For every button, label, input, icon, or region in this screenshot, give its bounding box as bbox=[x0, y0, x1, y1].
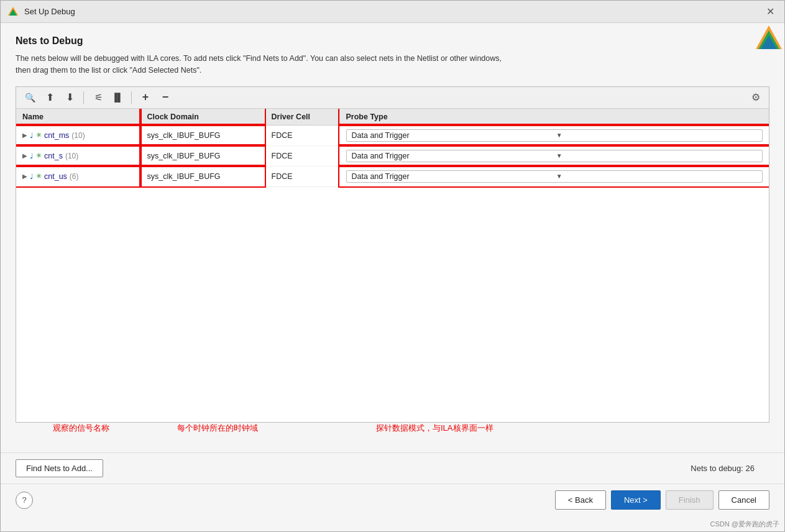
probe-value-2: Data and Trigger bbox=[352, 172, 553, 181]
gear-icon-2: ✳ bbox=[36, 172, 42, 180]
net-name-0: cnt_ms bbox=[44, 131, 69, 140]
wave-icon-0: ♩ bbox=[30, 131, 34, 140]
table-toolbar: 🔍 ⬆ ⬇ ⚟ ▐▌ + bbox=[16, 87, 769, 109]
search-icon: 🔍 bbox=[25, 93, 35, 103]
toolbar-divider-2 bbox=[131, 91, 132, 104]
table-wrapper: Name Clock Domain Driver Cell Probe Type bbox=[16, 109, 769, 423]
table-row: ▶ ♩ ✳ cnt_us (6) sys_clk_IBUF_BUFGFDCE D… bbox=[16, 166, 769, 186]
nav-row: ? < Back Next > Finish Cancel bbox=[1, 484, 784, 518]
nets-table: Name Clock Domain Driver Cell Probe Type bbox=[16, 109, 769, 187]
driver-cell-0: FDCE bbox=[265, 125, 339, 145]
dropdown-arrow-2: ▼ bbox=[556, 173, 757, 180]
remove-button[interactable]: − bbox=[157, 89, 174, 106]
expand-arrow-0[interactable]: ▶ bbox=[22, 132, 27, 139]
nets-count-label: Nets to debug: 26 bbox=[691, 464, 755, 473]
vivado-logo bbox=[753, 23, 784, 56]
cancel-button[interactable]: Cancel bbox=[718, 490, 769, 510]
annotation-clock: 每个时钟所在的时钟域 bbox=[177, 423, 258, 434]
remove-icon: − bbox=[162, 91, 169, 104]
app-icon bbox=[7, 6, 19, 18]
settings-button[interactable]: ⚙ bbox=[748, 89, 764, 106]
driver-cell-2: FDCE bbox=[265, 166, 339, 186]
probe-select-1[interactable]: Data and Trigger ▼ bbox=[346, 150, 763, 162]
net-name-2: cnt_us bbox=[44, 172, 67, 181]
add-icon: + bbox=[142, 91, 149, 104]
dialog-title: Set Up Debug bbox=[24, 7, 763, 16]
annotation-probe: 探针数据模式，与ILA核界面一样 bbox=[376, 423, 493, 434]
col-header-probe: Probe Type bbox=[339, 109, 769, 126]
table-header-row: Name Clock Domain Driver Cell Probe Type bbox=[16, 109, 769, 126]
close-button[interactable]: ✕ bbox=[763, 4, 778, 19]
help-icon: ? bbox=[22, 495, 26, 505]
search-button[interactable]: 🔍 bbox=[21, 89, 39, 106]
wave-icon-2: ♩ bbox=[30, 172, 34, 181]
nets-table-container: 🔍 ⬆ ⬇ ⚟ ▐▌ + bbox=[16, 86, 769, 423]
collapse-all-icon: ⬆ bbox=[46, 91, 54, 103]
sort-icon: ⚟ bbox=[94, 92, 101, 103]
find-nets-button[interactable]: Find Nets to Add... bbox=[16, 459, 103, 477]
finish-button: Finish bbox=[666, 490, 714, 510]
table-body: ▶ ♩ ✳ cnt_ms (10) sys_clk_IBUF_BUFGFDCE … bbox=[16, 125, 769, 186]
gear-icon-0: ✳ bbox=[36, 131, 42, 139]
collapse-all-button[interactable]: ⬆ bbox=[41, 89, 58, 106]
bottom-area: Find Nets to Add... Nets to debug: 26 bbox=[1, 452, 784, 484]
name-cell-2: ▶ ♩ ✳ cnt_us (6) bbox=[22, 172, 134, 181]
expand-all-button[interactable]: ⬇ bbox=[61, 89, 78, 106]
net-count-1: (10) bbox=[65, 152, 78, 160]
col-header-name: Name bbox=[16, 109, 140, 126]
col-header-driver: Driver Cell bbox=[265, 109, 339, 126]
table-row: ▶ ♩ ✳ cnt_s (10) sys_clk_IBUF_BUFGFDCE D… bbox=[16, 145, 769, 166]
name-cell-0: ▶ ♩ ✳ cnt_ms (10) bbox=[22, 131, 134, 140]
bottom-row: Find Nets to Add... Nets to debug: 26 bbox=[16, 459, 769, 477]
expand-arrow-2[interactable]: ▶ bbox=[22, 173, 27, 180]
clock-domain-cell-2: sys_clk_IBUF_BUFG bbox=[140, 166, 265, 186]
help-button[interactable]: ? bbox=[16, 492, 33, 509]
clock-domain-cell-0: sys_clk_IBUF_BUFG bbox=[140, 125, 265, 145]
add-button[interactable]: + bbox=[137, 89, 154, 106]
bars-icon: ▐▌ bbox=[112, 93, 123, 102]
back-button[interactable]: < Back bbox=[555, 490, 606, 510]
probe-type-cell-0: Data and Trigger ▼ bbox=[339, 125, 769, 145]
dropdown-arrow-0: ▼ bbox=[556, 132, 757, 139]
probe-select-0[interactable]: Data and Trigger ▼ bbox=[346, 129, 763, 142]
sort-button[interactable]: ⚟ bbox=[89, 89, 106, 106]
settings-icon: ⚙ bbox=[751, 92, 760, 103]
expand-all-icon: ⬇ bbox=[66, 91, 74, 103]
probe-value-1: Data and Trigger bbox=[352, 152, 553, 160]
main-content: Nets to Debug The nets below will be deb… bbox=[1, 23, 784, 452]
driver-cell-1: FDCE bbox=[265, 145, 339, 166]
gear-icon-1: ✳ bbox=[36, 152, 42, 160]
probe-value-0: Data and Trigger bbox=[352, 131, 553, 140]
title-bar: Set Up Debug ✕ bbox=[1, 1, 784, 23]
toolbar-divider-1 bbox=[83, 91, 84, 104]
annotations-row: 观察的信号名称 每个时钟所在的时钟域 探针数据模式，与ILA核界面一样 bbox=[16, 423, 769, 443]
table-row: ▶ ♩ ✳ cnt_ms (10) sys_clk_IBUF_BUFGFDCE … bbox=[16, 125, 769, 145]
section-title: Nets to Debug bbox=[16, 35, 769, 47]
annotation-name: 观察的信号名称 bbox=[53, 423, 109, 434]
name-cell-1: ▶ ♩ ✳ cnt_s (10) bbox=[22, 152, 134, 160]
expand-arrow-1[interactable]: ▶ bbox=[22, 152, 27, 159]
watermark: CSDN @爱奔跑的虎子 bbox=[1, 518, 784, 531]
dropdown-arrow-1: ▼ bbox=[556, 152, 757, 159]
probe-type-cell-1: Data and Trigger ▼ bbox=[339, 145, 769, 166]
setup-debug-dialog: Set Up Debug ✕ Nets to Debug The nets be… bbox=[0, 0, 785, 532]
net-name-1: cnt_s bbox=[44, 152, 63, 160]
net-count-0: (10) bbox=[71, 131, 85, 140]
probe-type-cell-2: Data and Trigger ▼ bbox=[339, 166, 769, 186]
probe-select-2[interactable]: Data and Trigger ▼ bbox=[346, 170, 763, 183]
net-count-2: (6) bbox=[70, 172, 79, 181]
bars-button[interactable]: ▐▌ bbox=[109, 89, 126, 106]
next-button[interactable]: Next > bbox=[611, 490, 661, 510]
wave-icon-1: ♩ bbox=[30, 152, 34, 160]
col-header-clock: Clock Domain bbox=[140, 109, 265, 126]
description: The nets below will be debugged with ILA… bbox=[16, 53, 769, 76]
clock-domain-cell-1: sys_clk_IBUF_BUFG bbox=[140, 145, 265, 166]
